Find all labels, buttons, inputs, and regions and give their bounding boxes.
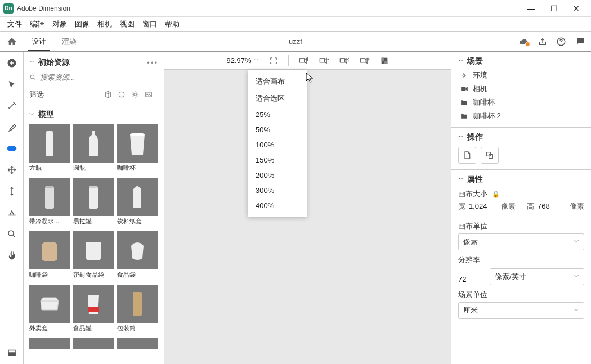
assets-title[interactable]: 初始资源	[38, 57, 147, 68]
model-thumb[interactable]: 易拉罐	[73, 178, 114, 228]
filter-label: 筛选	[29, 89, 104, 100]
render-preview-icon[interactable]	[380, 56, 389, 65]
document-title: uzzf	[289, 37, 302, 46]
scene-item[interactable]: 环境	[458, 69, 584, 82]
wand-tool[interactable]	[6, 100, 17, 111]
actions-title: 操作	[467, 132, 483, 142]
move-tool[interactable]	[6, 164, 17, 176]
models-section-label[interactable]: 模型	[38, 110, 54, 120]
canvas-area[interactable]: 92.97% ﹀ 适合画布适合选区25%50%100%150%200%300%4…	[164, 52, 451, 364]
px-unit: 像素	[570, 201, 584, 212]
tab-render[interactable]: 渲染	[54, 32, 84, 51]
filter-models-icon[interactable]	[104, 91, 118, 98]
tab-design[interactable]: 设计	[24, 32, 54, 51]
menu-image[interactable]: 图像	[71, 19, 93, 29]
search-input[interactable]	[40, 73, 158, 82]
hand-tool[interactable]	[6, 250, 17, 261]
search-icon	[29, 74, 37, 81]
select-tool[interactable]	[6, 79, 17, 90]
menu-view[interactable]: 视图	[116, 19, 138, 29]
width-value[interactable]: 1,024	[469, 202, 498, 210]
panel-menu-icon[interactable]: •••	[147, 59, 158, 67]
model-thumb[interactable]: 圆瓶	[73, 124, 114, 174]
thumb-label: 带冷凝水...	[29, 216, 70, 228]
canvas-unit-select[interactable]: 像素﹀	[458, 233, 584, 250]
filter-lights-icon[interactable]	[131, 91, 145, 98]
camera-bookmark-icon[interactable]	[299, 57, 309, 65]
home-icon[interactable]	[0, 37, 24, 47]
menubar: 文件 编辑 对象 图像 相机 视图 窗口 帮助	[0, 17, 591, 32]
zoom-option[interactable]: 300%	[248, 183, 307, 198]
action-page-icon[interactable]	[458, 147, 476, 164]
resolution-input[interactable]	[458, 274, 483, 285]
menu-file[interactable]: 文件	[3, 19, 26, 29]
svg-rect-20	[360, 58, 365, 62]
zoom-option[interactable]: 适合画布	[248, 73, 307, 90]
orbit-tool[interactable]	[6, 143, 17, 154]
model-thumb[interactable]	[117, 338, 158, 349]
scene-item[interactable]: 咖啡杯	[458, 96, 584, 109]
zoom-option[interactable]: 200%	[248, 168, 307, 183]
thumb-label: 咖啡杯	[117, 163, 158, 174]
svg-rect-13	[89, 186, 98, 209]
model-thumb[interactable]: 食品袋	[117, 231, 158, 281]
zoom-option[interactable]: 100%	[248, 137, 307, 152]
menu-help[interactable]: 帮助	[161, 19, 183, 29]
action-match-icon[interactable]	[481, 147, 499, 164]
add-tool[interactable]	[6, 57, 17, 69]
camera-prev-icon[interactable]	[339, 57, 350, 65]
model-thumb[interactable]: 食品罐	[73, 285, 114, 335]
camera-add-icon[interactable]	[319, 57, 329, 65]
scene-item[interactable]: 咖啡杯 2	[458, 109, 584, 123]
svg-rect-18	[320, 58, 324, 62]
frame-all-icon[interactable]	[269, 56, 278, 65]
model-thumb[interactable]: 带冷凝水...	[29, 178, 70, 228]
zoom-tool[interactable]	[6, 228, 17, 240]
model-thumb[interactable]: 外卖盒	[29, 285, 70, 335]
zoom-option[interactable]: 400%	[248, 198, 307, 213]
menu-object[interactable]: 对象	[48, 19, 71, 29]
zoom-dropdown[interactable]: 92.97% ﹀	[226, 56, 258, 65]
model-thumb[interactable]	[73, 338, 114, 349]
chat-icon[interactable]	[575, 37, 585, 47]
camera-next-icon[interactable]	[360, 57, 370, 65]
eyedropper-tool[interactable]	[6, 122, 17, 133]
tool-column	[0, 52, 24, 364]
height-value[interactable]: 768	[538, 202, 566, 210]
zoom-option[interactable]: 50%	[248, 122, 307, 137]
menu-camera[interactable]: 相机	[93, 19, 116, 29]
resolution-unit-select[interactable]: 像素/英寸﹀	[490, 268, 584, 285]
menu-window[interactable]: 窗口	[138, 19, 161, 29]
zoom-menu: 适合画布适合选区25%50%100%150%200%300%400%	[248, 70, 307, 217]
lock-icon[interactable]: 🔓	[492, 191, 500, 198]
minimize-button[interactable]: —	[520, 1, 543, 16]
scene-item[interactable]: 相机	[458, 82, 584, 96]
model-thumb[interactable]: 密封食品袋	[73, 231, 114, 281]
panel-toggle[interactable]	[6, 347, 17, 358]
chevron-down-icon: ﹀	[254, 57, 259, 64]
close-button[interactable]: ✕	[565, 1, 588, 16]
zoom-option[interactable]: 150%	[248, 152, 307, 168]
horizon-tool[interactable]	[6, 207, 17, 218]
canvas-size-label: 画布大小	[458, 189, 487, 199]
maximize-button[interactable]: ☐	[543, 1, 565, 16]
thumb-label: 食品罐	[73, 323, 114, 335]
menu-edit[interactable]: 编辑	[26, 19, 48, 29]
help-icon[interactable]	[556, 37, 566, 47]
dolly-tool[interactable]	[6, 186, 17, 197]
zoom-option[interactable]: 适合选区	[248, 90, 307, 107]
share-icon[interactable]	[538, 37, 547, 46]
model-thumb[interactable]: 咖啡袋	[29, 231, 70, 281]
filter-images-icon[interactable]	[145, 91, 158, 98]
cloud-sync-icon[interactable]	[518, 38, 529, 46]
model-thumb[interactable]: 咖啡杯	[117, 124, 158, 174]
model-thumb[interactable]: 方瓶	[29, 124, 70, 174]
model-thumb[interactable]: 包装筒	[117, 285, 158, 335]
resolution-label: 分辨率	[458, 255, 584, 265]
scene-item-label: 咖啡杯	[473, 97, 495, 107]
zoom-option[interactable]: 25%	[248, 107, 307, 122]
model-thumb[interactable]	[29, 338, 70, 349]
filter-materials-icon[interactable]	[118, 91, 131, 98]
scene-unit-select[interactable]: 厘米﹀	[458, 302, 584, 319]
model-thumb[interactable]: 饮料纸盒	[117, 178, 158, 228]
